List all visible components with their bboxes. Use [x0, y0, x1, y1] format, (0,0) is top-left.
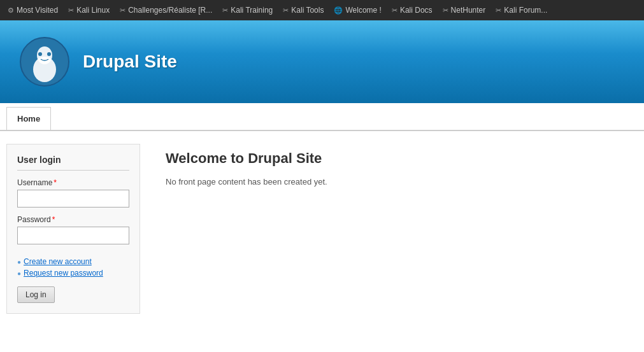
bookmark-label: Challenges/Réaliste [R...: [128, 6, 212, 15]
welcome-text: No front page content has been created y…: [166, 177, 625, 187]
password-label: Password*: [17, 215, 129, 224]
bookmark-item[interactable]: ⚙Most Visited: [3, 3, 63, 17]
bullet-icon-2: ●: [17, 270, 21, 277]
bookmark-item[interactable]: ✂Kali Tools: [278, 3, 329, 17]
bookmark-label: Most Visited: [17, 6, 58, 15]
username-label: Username*: [17, 178, 129, 187]
bookmarks-bar: ⚙Most Visited✂Kali Linux✂Challenges/Réal…: [0, 0, 644, 20]
username-input[interactable]: [17, 190, 129, 208]
links-section: ● Create new account ● Request new passw…: [17, 257, 129, 278]
bookmark-label: NetHunter: [451, 6, 486, 15]
bookmark-icon: ✂: [222, 6, 228, 15]
bookmark-item[interactable]: ✂NetHunter: [438, 3, 491, 17]
create-account-item: ● Create new account: [17, 257, 129, 266]
login-box: User login Username* Password* ● Create …: [6, 144, 140, 314]
bullet-icon: ●: [17, 258, 21, 265]
bookmark-icon: ✂: [496, 6, 501, 15]
bookmark-item[interactable]: ✂Challenges/Réaliste [R...: [115, 3, 217, 17]
welcome-title: Welcome to Drupal Site: [166, 150, 625, 167]
bookmark-label: Kali Linux: [76, 6, 110, 15]
site-title: Drupal Site: [83, 52, 177, 72]
login-title: User login: [17, 155, 129, 171]
bookmark-item[interactable]: ✂Kali Training: [217, 3, 278, 17]
bookmark-icon: 🌐: [334, 6, 343, 15]
tab-home[interactable]: Home: [6, 107, 51, 130]
svg-point-3: [38, 52, 42, 56]
site-header: Drupal Site: [0, 20, 644, 103]
content-area: User login Username* Password* ● Create …: [0, 131, 644, 327]
bookmark-icon: ✂: [68, 6, 74, 15]
site-logo: [19, 36, 70, 87]
request-password-item: ● Request new password: [17, 269, 129, 278]
username-required: *: [54, 178, 57, 187]
bookmark-label: Kali Docs: [400, 6, 433, 15]
bookmark-label: Kali Forum...: [504, 6, 547, 15]
svg-point-4: [47, 52, 51, 56]
login-button[interactable]: Log in: [17, 286, 55, 303]
bookmark-icon: ⚙: [8, 6, 14, 15]
bookmark-item[interactable]: ✂Kali Docs: [387, 3, 438, 17]
bookmark-icon: ✂: [283, 6, 289, 15]
bookmark-icon: ✂: [120, 6, 125, 15]
bookmark-label: Welcome !: [345, 6, 381, 15]
bookmark-label: Kali Training: [231, 6, 273, 15]
bookmark-icon: ✂: [443, 6, 448, 15]
bookmark-icon: ✂: [392, 6, 397, 15]
bookmark-label: Kali Tools: [291, 6, 324, 15]
main-content: Welcome to Drupal Site No front page con…: [153, 144, 638, 314]
password-input[interactable]: [17, 227, 129, 244]
request-password-link[interactable]: Request new password: [24, 269, 103, 278]
create-account-link[interactable]: Create new account: [24, 257, 92, 266]
sidebar: User login Username* Password* ● Create …: [6, 144, 140, 314]
password-required: *: [52, 215, 55, 224]
bookmark-item[interactable]: ✂Kali Linux: [63, 3, 115, 17]
bookmark-item[interactable]: 🌐Welcome !: [329, 3, 386, 17]
main-nav: Home: [0, 103, 644, 131]
bookmark-item[interactable]: ✂Kali Forum...: [490, 3, 552, 17]
